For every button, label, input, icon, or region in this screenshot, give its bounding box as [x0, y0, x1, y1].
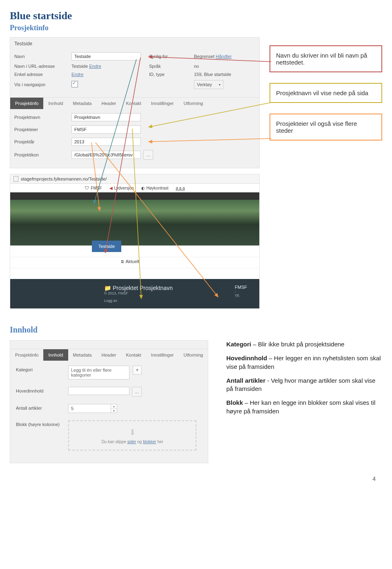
input-antall-artikler[interactable]: 5 ▲ ▼: [68, 404, 117, 413]
label-prosjekteier: Prosjekteier: [14, 127, 71, 132]
callout-prosjekteier: Prosjekteier vil også vise flere steder: [270, 114, 382, 141]
label-blokk: Blokk (høyre kolonne): [16, 420, 68, 427]
label-prosjektnavn: Prosjektnavn: [14, 115, 71, 120]
add-kategori-button[interactable]: +: [133, 366, 142, 375]
footer-tlf: Tlf.: [235, 294, 247, 298]
link-endre-url[interactable]: Endre: [89, 64, 101, 69]
desc-blokk-text: – Her kan en legge inn blokker som skal …: [226, 399, 375, 414]
label-id-type: ID, type: [149, 72, 194, 77]
tab-prosjektinfo[interactable]: Prosjektinfo: [10, 98, 43, 109]
section-prosjektinfo: Prosjektinfo: [10, 24, 382, 32]
desc-kategori-bold: Kategori: [226, 341, 251, 348]
value-sprak: no: [194, 64, 255, 69]
cms-panel-top: Testside Navn Synlig for Begrenset Håndt…: [10, 37, 260, 168]
tab-header[interactable]: Header: [96, 98, 121, 109]
value-antall: 5: [69, 406, 111, 411]
value-synlig: Begrenset: [194, 54, 214, 59]
cms-tabs: Prosjektinfo Innhold Metadata Header Kon…: [10, 97, 259, 109]
stepper-down[interactable]: ▼: [111, 409, 117, 413]
input-prosjekteier[interactable]: [71, 125, 141, 134]
tab2-metadata[interactable]: Metadata: [68, 349, 97, 361]
checkbox-vis-navigasjon[interactable]: [71, 81, 78, 87]
site-preview: stagefmprojects.fylkesmannen.no/Testside…: [10, 174, 260, 309]
fontsize-toggle[interactable]: a a a: [176, 186, 185, 190]
plus-icon: +: [136, 367, 138, 373]
dots-icon: …: [146, 153, 150, 157]
shield-icon: 🛡: [85, 185, 89, 190]
page-title: Blue startside: [10, 10, 382, 22]
browse-hovedinnhold-button[interactable]: …: [132, 387, 142, 397]
tab2-prosjektinfo[interactable]: Prosjektinfo: [10, 349, 43, 361]
toolbar-lydversjon[interactable]: Lydversjon: [114, 186, 134, 190]
preview-url: stagefmprojects.fylkesmannen.no/Testside…: [21, 176, 107, 181]
input-prosjektnavn[interactable]: [71, 113, 141, 121]
label-navn-url: Navn i URL-adresse: [14, 64, 71, 69]
label-vis-navigasjon: Vis i navigasjon: [14, 82, 71, 87]
input-navn[interactable]: [71, 52, 141, 60]
cms-panel-innhold: Prosjektinfo Innhold Metadata Header Kon…: [10, 340, 208, 463]
callout-navn: Navn du skriver inn vil bli navn på nett…: [270, 45, 382, 72]
verktoy-label: Verktøy: [197, 82, 212, 87]
cms-breadcrumb: Testside: [10, 38, 259, 50]
chevron-down-icon: ▾: [219, 83, 220, 87]
breadcrumb-area: Testside: [10, 245, 259, 257]
browse-button[interactable]: …: [143, 150, 153, 160]
toolbar-hoykontrast[interactable]: Høykontrast: [147, 186, 169, 190]
link-handter[interactable]: Håndter: [216, 54, 232, 59]
tab-metadata[interactable]: Metadata: [68, 98, 97, 109]
stepper-up[interactable]: ▲: [111, 404, 117, 409]
verktoy-dropdown[interactable]: Verktøy ▾: [194, 80, 223, 89]
tab-innhold[interactable]: Innhold: [43, 98, 68, 109]
label-prosjektaar: Prosjektår: [14, 139, 71, 144]
speaker-icon: ◀: [109, 186, 113, 190]
label-synlig-for: Synlig for: [149, 54, 194, 59]
dots-icon: …: [135, 390, 139, 394]
footer-loggav[interactable]: Logg av: [104, 299, 117, 303]
callout-prosjektnavn: Prosjektnavn vil vise nede på sida: [270, 83, 382, 103]
dropzone-text-post: her: [156, 440, 163, 444]
tab-innstillinger[interactable]: Innstillinger: [146, 98, 179, 109]
footer-copyright: © 2013, FMSF: [104, 291, 173, 295]
section-innhold: Innhold: [10, 325, 382, 335]
folder-icon: 📁: [104, 285, 111, 291]
link-endre-enkel[interactable]: Endre: [71, 72, 83, 77]
page-icon: [13, 176, 18, 182]
value-id-type: 159, Blue startside: [194, 72, 255, 77]
blokk-dropzone[interactable]: ⬇ Du kan slippe sider og blokker her: [68, 420, 196, 451]
label-hovedinnhold: Hovedinnhold: [16, 387, 68, 393]
tab-kontakt[interactable]: Kontakt: [121, 98, 146, 109]
tab2-innhold[interactable]: Innhold: [43, 349, 68, 361]
tab2-kontakt[interactable]: Kontakt: [121, 349, 146, 361]
label-prosjektikon: Prosjektikon: [14, 152, 71, 157]
contrast-icon: ◐: [141, 186, 145, 190]
footer-fmsf: FMSF: [235, 285, 247, 290]
footer-project: Prosjektet Prosjektnavn: [113, 285, 173, 291]
dropzone-arrow-icon: ⬇: [129, 427, 136, 437]
dropzone-link-blokker[interactable]: blokker: [143, 440, 156, 444]
label-sprak: Språk: [149, 64, 194, 69]
label-antall-artikler: Antall artikler: [16, 404, 68, 411]
input-kategori[interactable]: Legg til én eller flere kategorier: [68, 366, 129, 379]
dropzone-text-pre: Du kan slippe: [101, 440, 127, 444]
site-name-pill[interactable]: Testside: [92, 241, 121, 252]
tab-utforming[interactable]: Utforming: [178, 98, 208, 109]
dropzone-link-sider[interactable]: sider: [127, 440, 136, 444]
input-hovedinnhold[interactable]: [68, 387, 129, 395]
page-number: 4: [0, 467, 392, 486]
value-navn-url: Testside: [71, 64, 88, 69]
toolbar-fmsf: FMSF: [91, 186, 102, 190]
input-prosjektaar[interactable]: [71, 138, 141, 146]
input-prosjektikon[interactable]: [71, 151, 141, 159]
innhold-descriptions: Kategori – Blir ikke brukt på prosjektsi…: [226, 340, 382, 421]
doc-icon: 🗎: [120, 259, 125, 264]
site-footer: 📁 Prosjektet Prosjektnavn © 2013, FMSF L…: [10, 279, 259, 308]
label-navn: Navn: [14, 54, 71, 59]
label-enkel-adresse: Enkel adresse: [14, 72, 71, 77]
aktuelt-label: Aktuelt: [125, 259, 139, 264]
tab2-header[interactable]: Header: [96, 349, 121, 361]
desc-antall-bold: Antall artikler: [226, 377, 265, 384]
tab2-utforming[interactable]: Utforming: [178, 349, 208, 361]
desc-blokk-bold: Blokk: [226, 399, 243, 406]
desc-hovedinnhold-bold: Hovedinnhold: [226, 355, 267, 361]
tab2-innstillinger[interactable]: Innstillinger: [146, 349, 179, 361]
